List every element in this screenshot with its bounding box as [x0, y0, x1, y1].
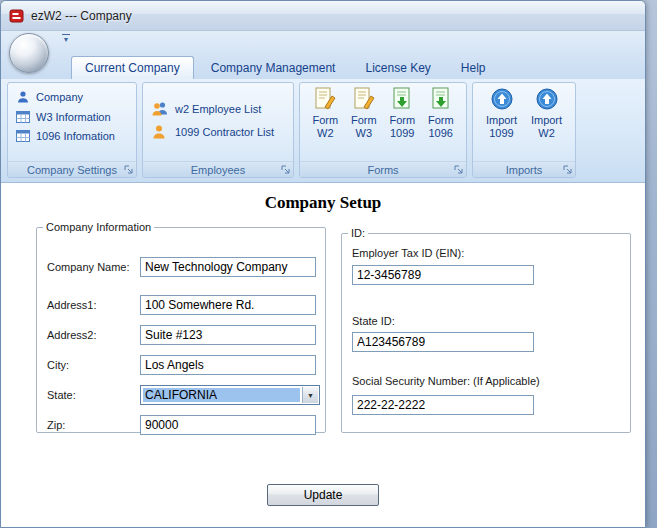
button-label-bottom: W2 [317, 127, 334, 140]
ribbon-item-label: 1096 Infomation [36, 130, 115, 142]
company-name-label: Company Name: [47, 261, 130, 273]
city-row: City: [37, 355, 325, 377]
zip-input[interactable] [140, 415, 316, 435]
form-w2-button[interactable]: Form W2 [306, 86, 345, 140]
update-button[interactable]: Update [267, 484, 379, 506]
company-name-row: Company Name: [37, 257, 325, 279]
group-forms: Form W2 Form W3 Form 1099 [299, 82, 467, 178]
tab-help[interactable]: Help [448, 57, 499, 79]
form-arrow-icon [390, 86, 414, 114]
button-label-bottom: 1096 [429, 127, 453, 140]
main-content: Company Setup Company Information Compan… [1, 183, 645, 528]
group-employees: w2 Employee List 1099 Contractor List Em… [142, 82, 294, 178]
ribbon-item-1096-information[interactable]: 1096 Infomation [14, 129, 130, 143]
group-caption-employees: Employees [143, 161, 293, 177]
form-pencil-icon [352, 86, 376, 114]
groupbox-caption: Company Information [43, 221, 154, 233]
form-pencil-icon [313, 86, 337, 114]
tab-company-management[interactable]: Company Management [198, 57, 349, 79]
contractor-icon [151, 124, 169, 140]
form-w3-button[interactable]: Form W3 [345, 86, 384, 140]
caption-text: Employees [191, 164, 245, 176]
ribbon-item-label: W3 Information [36, 111, 111, 123]
ein-input[interactable] [352, 265, 534, 285]
button-label-bottom: W2 [538, 127, 555, 140]
caption-text: Company Settings [27, 164, 117, 176]
form-arrow-icon [429, 86, 453, 114]
state-row: State: CALIFORNIA ▼ [37, 385, 325, 407]
1096-table-icon [16, 130, 30, 142]
address2-row: Address2: [37, 325, 325, 347]
window-title: ezW2 --- Company [31, 9, 132, 23]
qat-bar [62, 34, 70, 35]
zip-label: Zip: [47, 419, 65, 431]
ribbon-item-label: 1099 Contractor List [175, 126, 274, 138]
state-select[interactable]: CALIFORNIA ▼ [140, 385, 320, 405]
import-1099-button[interactable]: Import 1099 [482, 86, 522, 140]
button-label-bottom: 1099 [489, 127, 513, 140]
qat-customize-button[interactable]: ▼ [59, 34, 73, 43]
ssn-input[interactable] [352, 395, 534, 415]
app-logo-icon [9, 8, 25, 24]
city-input[interactable] [140, 355, 316, 375]
chevron-down-icon: ▼ [63, 36, 70, 43]
button-label-bottom: W3 [356, 127, 373, 140]
w3-table-icon [16, 111, 30, 123]
address1-label: Address1: [47, 299, 97, 311]
groupbox-caption: ID: [348, 227, 368, 239]
import-icon [535, 86, 559, 114]
ribbon-item-label: Company [36, 91, 83, 103]
button-label-top: Import [486, 114, 517, 127]
group-caption-company-settings: Company Settings [8, 161, 136, 177]
page-title: Company Setup [1, 193, 645, 213]
import-w2-button[interactable]: Import W2 [527, 86, 567, 140]
dialog-launcher-icon[interactable] [124, 165, 133, 174]
form-1099-button[interactable]: Form 1099 [383, 86, 422, 140]
company-icon [16, 90, 30, 104]
group-company-settings: Company W3 Information 1096 Infomation C… [7, 82, 137, 178]
employees-icon [151, 101, 169, 117]
button-label-top: Form [389, 114, 415, 127]
ribbon-item-w3-information[interactable]: W3 Information [14, 110, 130, 124]
caption-text: Imports [506, 164, 543, 176]
group-imports: Import 1099 Import W2 Imports [472, 82, 576, 178]
tab-current-company[interactable]: Current Company [71, 56, 194, 79]
id-groupbox: ID: Employer Tax ID (EIN): State ID: Soc… [341, 227, 631, 433]
zip-row: Zip: [37, 415, 325, 437]
ein-label: Employer Tax ID (EIN): [352, 247, 464, 259]
ribbon-body: Company W3 Information 1096 Infomation C… [1, 79, 645, 183]
company-information-groupbox: Company Information Company Name: Addres… [36, 221, 326, 433]
ribbon-item-w2-employee-list[interactable]: w2 Employee List [149, 100, 287, 118]
title-bar[interactable]: ezW2 --- Company [1, 1, 645, 31]
ribbon-item-1099-contractor-list[interactable]: 1099 Contractor List [149, 123, 287, 141]
dialog-launcher-icon[interactable] [563, 165, 572, 174]
button-label-bottom: 1099 [390, 127, 414, 140]
address2-input[interactable] [140, 325, 316, 345]
caption-text: Forms [367, 164, 398, 176]
company-name-input[interactable] [140, 257, 316, 277]
combo-dropdown-button[interactable]: ▼ [302, 387, 318, 403]
dialog-launcher-icon[interactable] [454, 165, 463, 174]
app-window: ezW2 --- Company ▼ Current Company Compa… [0, 0, 646, 528]
dialog-launcher-icon[interactable] [281, 165, 290, 174]
state-id-input[interactable] [352, 332, 534, 352]
ribbon-item-label: w2 Employee List [175, 103, 261, 115]
address2-label: Address2: [47, 329, 97, 341]
form-1096-button[interactable]: Form 1096 [422, 86, 461, 140]
button-label-top: Form [428, 114, 454, 127]
city-label: City: [47, 359, 69, 371]
button-label-top: Form [312, 114, 338, 127]
ssn-label: Social Security Number: (If Applicable) [352, 375, 540, 387]
address1-input[interactable] [140, 295, 316, 315]
address1-row: Address1: [37, 295, 325, 317]
state-selected-value: CALIFORNIA [143, 388, 300, 402]
ribbon-tab-bar: Current Company Company Management Licen… [1, 53, 645, 79]
button-label-top: Import [531, 114, 562, 127]
ribbon-item-company[interactable]: Company [14, 89, 130, 105]
tab-license-key[interactable]: License Key [352, 57, 443, 79]
button-label-top: Form [351, 114, 377, 127]
application-menu-button[interactable] [9, 33, 49, 73]
state-label: State: [47, 389, 76, 401]
group-caption-imports: Imports [473, 161, 575, 177]
state-id-label: State ID: [352, 315, 395, 327]
